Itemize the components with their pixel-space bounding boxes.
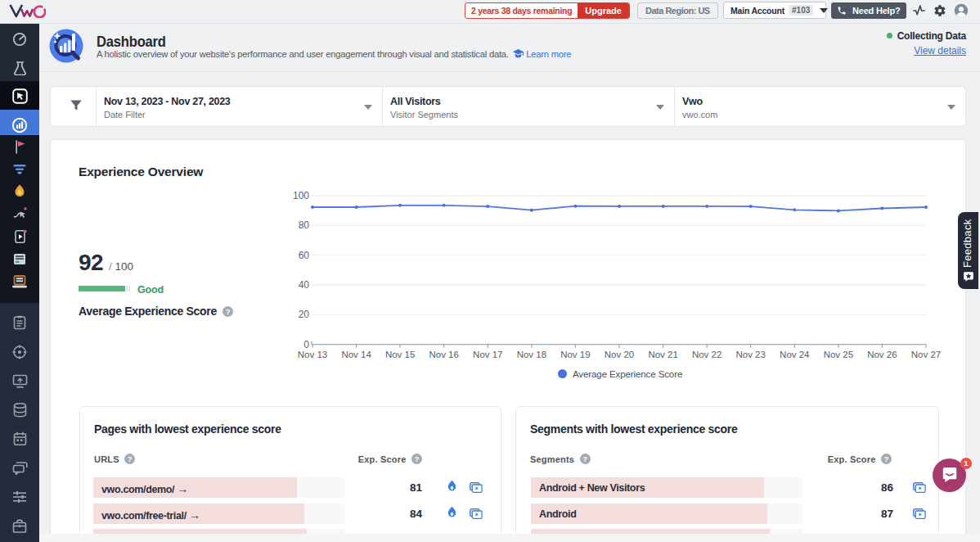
svg-text:Nov 25: Nov 25 <box>824 350 853 359</box>
svg-text:60: 60 <box>299 250 310 261</box>
svg-text:Nov 19: Nov 19 <box>560 350 590 359</box>
svg-text:Nov 15: Nov 15 <box>385 350 415 359</box>
svg-text:80: 80 <box>299 219 310 231</box>
svg-text:Nov 23: Nov 23 <box>735 350 765 359</box>
svg-text:Nov 16: Nov 16 <box>429 350 458 359</box>
svg-text:20: 20 <box>299 309 310 320</box>
svg-text:0: 0 <box>303 339 309 350</box>
svg-text:Nov 22: Nov 22 <box>692 350 722 359</box>
svg-text:Nov 27: Nov 27 <box>911 350 941 359</box>
svg-text:40: 40 <box>299 279 310 291</box>
svg-text:Nov 17: Nov 17 <box>473 350 502 359</box>
svg-text:Nov 13: Nov 13 <box>298 350 327 359</box>
svg-text:Nov 18: Nov 18 <box>517 350 546 359</box>
svg-text:Nov 20: Nov 20 <box>605 350 634 359</box>
svg-text:Nov 24: Nov 24 <box>780 350 810 359</box>
svg-text:Nov 14: Nov 14 <box>341 350 371 359</box>
svg-text:100: 100 <box>293 190 309 201</box>
svg-text:Nov 26: Nov 26 <box>867 350 897 359</box>
svg-text:Nov 21: Nov 21 <box>648 350 677 359</box>
